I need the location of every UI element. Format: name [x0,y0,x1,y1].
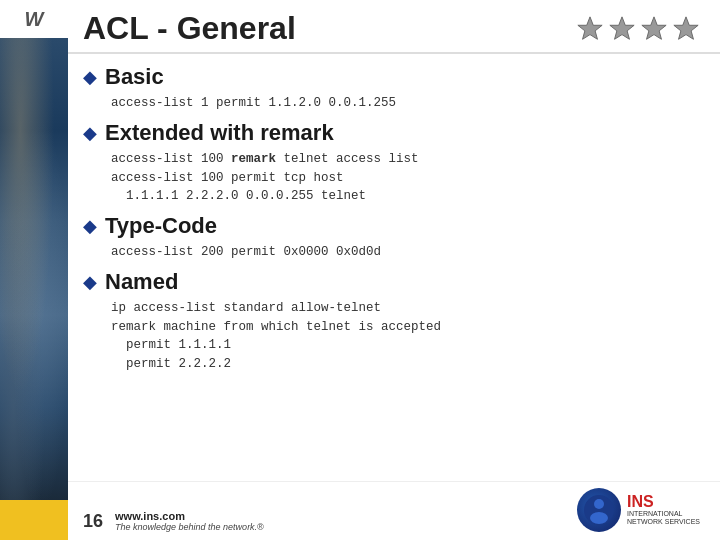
section-typecode-title: Type-Code [105,213,217,239]
main-header: ACL - General [68,0,720,54]
sidebar-image [0,38,68,500]
svg-marker-1 [610,16,634,38]
section-basic-code: access-list 1 permit 1.1.2.0 0.0.1.255 [83,94,700,113]
section-named-header: ◆ Named [83,269,700,295]
footer-left: 16 www.ins.com The knowledge behind the … [83,510,264,532]
footer-area: 16 www.ins.com The knowledge behind the … [68,481,720,540]
footer-tagline: The knowledge behind the network.® [115,522,264,532]
extended-code-line-3: 1.1.1.1 2.2.2.0 0.0.0.255 telnet [111,187,700,206]
star-icon-1 [576,15,604,43]
svg-marker-2 [642,16,666,38]
named-code-line-2: remark machine from which telnet is acce… [111,318,700,337]
left-sidebar: W [0,0,68,540]
section-basic-title: Basic [105,64,164,90]
section-typecode-header: ◆ Type-Code [83,213,700,239]
section-extended-code: access-list 100 remark telnet access lis… [83,150,700,206]
footer-url: www.ins.com [115,510,264,522]
bullet-named: ◆ [83,271,97,293]
svg-point-5 [594,499,604,509]
ins-logo-sub1: INTERNATIONAL [627,510,700,518]
typecode-code-line-1: access-list 200 permit 0x0000 0x0d0d [111,245,381,259]
section-extended: ◆ Extended with remark access-list 100 r… [83,120,700,206]
bullet-typecode: ◆ [83,215,97,237]
section-basic: ◆ Basic access-list 1 permit 1.1.2.0 0.0… [83,64,700,113]
ins-logo: INS INTERNATIONAL NETWORK SERVICES [577,488,700,532]
star-icon-2 [608,15,636,43]
content-area: ◆ Basic access-list 1 permit 1.1.2.0 0.0… [68,54,720,481]
ins-logo-sub2: NETWORK SERVICES [627,518,700,526]
section-named-title: Named [105,269,178,295]
svg-marker-0 [578,16,602,38]
named-code-line-4: permit 2.2.2.2 [111,355,700,374]
extended-code-line-1: access-list 100 remark telnet access lis… [111,150,700,169]
named-code-line-3: permit 1.1.1.1 [111,336,700,355]
ins-logo-text-block: INS INTERNATIONAL NETWORK SERVICES [627,494,700,527]
extended-code-line-2: access-list 100 permit tcp host [111,169,700,188]
sidebar-top: W [0,0,68,38]
sidebar-w-label: W [25,8,44,31]
section-extended-header: ◆ Extended with remark [83,120,700,146]
star-icon-3 [640,15,668,43]
section-typecode: ◆ Type-Code access-list 200 permit 0x000… [83,213,700,262]
named-code-line-1: ip access-list standard allow-telnet [111,299,700,318]
bullet-basic: ◆ [83,66,97,88]
section-named-code: ip access-list standard allow-telnet rem… [83,299,700,374]
sidebar-yellow-bar [0,500,68,540]
ins-logo-circle [577,488,621,532]
svg-point-6 [590,512,608,524]
svg-marker-3 [674,16,698,38]
page-number: 16 [83,511,103,532]
section-extended-title: Extended with remark [105,120,334,146]
ins-logo-main-text: INS [627,494,700,510]
ins-logo-icon [583,494,615,526]
basic-code-line-1: access-list 1 permit 1.1.2.0 0.0.1.255 [111,96,396,110]
stars-container [576,15,700,43]
section-basic-header: ◆ Basic [83,64,700,90]
section-typecode-code: access-list 200 permit 0x0000 0x0d0d [83,243,700,262]
page-title: ACL - General [83,10,296,47]
section-named: ◆ Named ip access-list standard allow-te… [83,269,700,374]
bullet-extended: ◆ [83,122,97,144]
footer-text-block: www.ins.com The knowledge behind the net… [115,510,264,532]
main-content: ACL - General ◆ Basic access [68,0,720,540]
star-icon-4 [672,15,700,43]
